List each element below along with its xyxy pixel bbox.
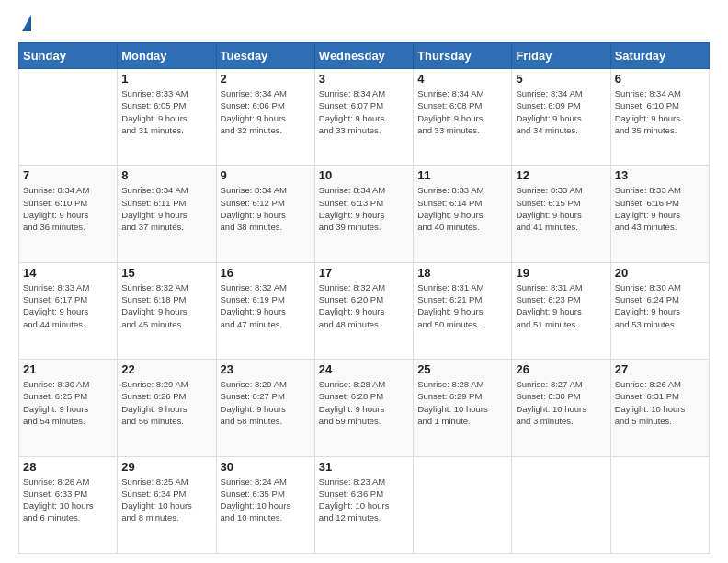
calendar-cell: 29Sunrise: 8:25 AMSunset: 6:34 PMDayligh… [118,456,216,553]
calendar-cell: 20Sunrise: 8:30 AMSunset: 6:24 PMDayligh… [610,262,709,359]
calendar-cell: 6Sunrise: 8:34 AMSunset: 6:10 PMDaylight… [610,69,709,166]
day-info: Sunrise: 8:30 AMSunset: 6:24 PMDaylight:… [615,282,705,330]
calendar-cell: 25Sunrise: 8:28 AMSunset: 6:29 PMDayligh… [414,360,512,456]
calendar-cell: 31Sunrise: 8:23 AMSunset: 6:36 PMDayligh… [314,456,413,553]
day-number: 24 [319,362,409,376]
day-number: 22 [121,362,211,376]
day-number: 19 [516,266,606,280]
calendar-cell: 28Sunrise: 8:26 AMSunset: 6:33 PMDayligh… [19,456,118,553]
calendar-cell: 4Sunrise: 8:34 AMSunset: 6:08 PMDaylight… [414,69,512,166]
calendar-header-row: SundayMondayTuesdayWednesdayThursdayFrid… [19,43,710,69]
day-info: Sunrise: 8:34 AMSunset: 6:09 PMDaylight:… [516,87,606,136]
day-info: Sunrise: 8:33 AMSunset: 6:17 PMDaylight:… [23,282,113,330]
day-info: Sunrise: 8:33 AMSunset: 6:14 PMDaylight:… [417,184,507,233]
calendar-header-tuesday: Tuesday [216,43,314,69]
day-info: Sunrise: 8:30 AMSunset: 6:25 PMDaylight:… [23,378,113,427]
day-info: Sunrise: 8:28 AMSunset: 6:29 PMDaylight:… [417,378,507,427]
day-info: Sunrise: 8:34 AMSunset: 6:10 PMDaylight:… [615,87,705,136]
calendar-table: SundayMondayTuesdayWednesdayThursdayFrid… [18,42,710,554]
calendar-cell: 27Sunrise: 8:26 AMSunset: 6:31 PMDayligh… [610,360,709,456]
day-info: Sunrise: 8:34 AMSunset: 6:08 PMDaylight:… [417,87,507,136]
day-number: 28 [23,460,113,474]
day-info: Sunrise: 8:26 AMSunset: 6:31 PMDaylight:… [615,378,705,427]
day-info: Sunrise: 8:34 AMSunset: 6:07 PMDaylight:… [319,87,409,136]
calendar-header-sunday: Sunday [19,43,118,69]
day-info: Sunrise: 8:33 AMSunset: 6:16 PMDaylight:… [615,184,705,233]
calendar-week-0: 1Sunrise: 8:33 AMSunset: 6:05 PMDaylight… [19,69,710,166]
calendar-cell: 21Sunrise: 8:30 AMSunset: 6:25 PMDayligh… [19,360,118,456]
calendar-header-wednesday: Wednesday [314,43,413,69]
logo [18,15,31,33]
day-info: Sunrise: 8:32 AMSunset: 6:19 PMDaylight:… [221,282,311,330]
day-info: Sunrise: 8:28 AMSunset: 6:28 PMDaylight:… [319,378,409,427]
calendar-cell: 17Sunrise: 8:32 AMSunset: 6:20 PMDayligh… [314,262,413,359]
day-number: 8 [121,168,211,182]
calendar-cell [610,456,709,553]
calendar-cell: 13Sunrise: 8:33 AMSunset: 6:16 PMDayligh… [610,166,709,262]
day-number: 13 [615,168,705,182]
day-info: Sunrise: 8:31 AMSunset: 6:23 PMDaylight:… [516,282,606,330]
day-info: Sunrise: 8:32 AMSunset: 6:20 PMDaylight:… [319,282,409,330]
header [18,15,710,33]
calendar-cell [19,69,118,166]
calendar-header-saturday: Saturday [610,43,709,69]
logo-text [18,15,31,33]
day-number: 15 [121,266,211,280]
day-info: Sunrise: 8:29 AMSunset: 6:26 PMDaylight:… [121,378,211,427]
day-number: 17 [319,266,409,280]
day-info: Sunrise: 8:34 AMSunset: 6:06 PMDaylight:… [221,87,311,136]
logo-triangle-icon [22,15,31,31]
day-info: Sunrise: 8:25 AMSunset: 6:34 PMDaylight:… [121,476,211,524]
day-number: 14 [23,266,113,280]
day-number: 11 [417,168,507,182]
day-number: 25 [417,362,507,376]
calendar-cell: 23Sunrise: 8:29 AMSunset: 6:27 PMDayligh… [216,360,314,456]
day-info: Sunrise: 8:29 AMSunset: 6:27 PMDaylight:… [221,378,311,427]
day-info: Sunrise: 8:34 AMSunset: 6:11 PMDaylight:… [121,184,211,233]
day-number: 5 [516,72,606,86]
calendar-cell: 19Sunrise: 8:31 AMSunset: 6:23 PMDayligh… [512,262,610,359]
calendar-cell: 10Sunrise: 8:34 AMSunset: 6:13 PMDayligh… [314,166,413,262]
day-info: Sunrise: 8:33 AMSunset: 6:15 PMDaylight:… [516,184,606,233]
day-number: 27 [615,362,705,376]
day-number: 26 [516,362,606,376]
calendar-week-1: 7Sunrise: 8:34 AMSunset: 6:10 PMDaylight… [19,166,710,262]
day-info: Sunrise: 8:31 AMSunset: 6:21 PMDaylight:… [417,282,507,330]
day-info: Sunrise: 8:33 AMSunset: 6:05 PMDaylight:… [121,87,211,136]
day-info: Sunrise: 8:34 AMSunset: 6:10 PMDaylight:… [23,184,113,233]
calendar-cell: 18Sunrise: 8:31 AMSunset: 6:21 PMDayligh… [414,262,512,359]
day-number: 29 [121,460,211,474]
day-info: Sunrise: 8:23 AMSunset: 6:36 PMDaylight:… [319,476,409,524]
calendar-cell: 24Sunrise: 8:28 AMSunset: 6:28 PMDayligh… [314,360,413,456]
day-number: 16 [221,266,311,280]
day-number: 21 [23,362,113,376]
calendar-cell: 9Sunrise: 8:34 AMSunset: 6:12 PMDaylight… [216,166,314,262]
calendar-cell: 2Sunrise: 8:34 AMSunset: 6:06 PMDaylight… [216,69,314,166]
calendar-header-thursday: Thursday [414,43,512,69]
calendar-header-friday: Friday [512,43,610,69]
calendar-cell: 7Sunrise: 8:34 AMSunset: 6:10 PMDaylight… [19,166,118,262]
day-number: 6 [615,72,705,86]
day-number: 1 [121,72,211,86]
day-info: Sunrise: 8:34 AMSunset: 6:13 PMDaylight:… [319,184,409,233]
day-number: 3 [319,72,409,86]
day-number: 10 [319,168,409,182]
day-number: 30 [221,460,311,474]
day-number: 4 [417,72,507,86]
calendar-week-4: 28Sunrise: 8:26 AMSunset: 6:33 PMDayligh… [19,456,710,553]
calendar-cell: 14Sunrise: 8:33 AMSunset: 6:17 PMDayligh… [19,262,118,359]
day-number: 31 [319,460,409,474]
day-number: 18 [417,266,507,280]
calendar-cell [512,456,610,553]
page: SundayMondayTuesdayWednesdayThursdayFrid… [0,0,728,563]
calendar-week-2: 14Sunrise: 8:33 AMSunset: 6:17 PMDayligh… [19,262,710,359]
day-info: Sunrise: 8:34 AMSunset: 6:12 PMDaylight:… [221,184,311,233]
calendar-cell: 3Sunrise: 8:34 AMSunset: 6:07 PMDaylight… [314,69,413,166]
day-number: 2 [221,72,311,86]
calendar-cell [414,456,512,553]
calendar-cell: 11Sunrise: 8:33 AMSunset: 6:14 PMDayligh… [414,166,512,262]
day-number: 12 [516,168,606,182]
day-info: Sunrise: 8:24 AMSunset: 6:35 PMDaylight:… [221,476,311,524]
day-info: Sunrise: 8:26 AMSunset: 6:33 PMDaylight:… [23,476,113,524]
calendar-cell: 26Sunrise: 8:27 AMSunset: 6:30 PMDayligh… [512,360,610,456]
